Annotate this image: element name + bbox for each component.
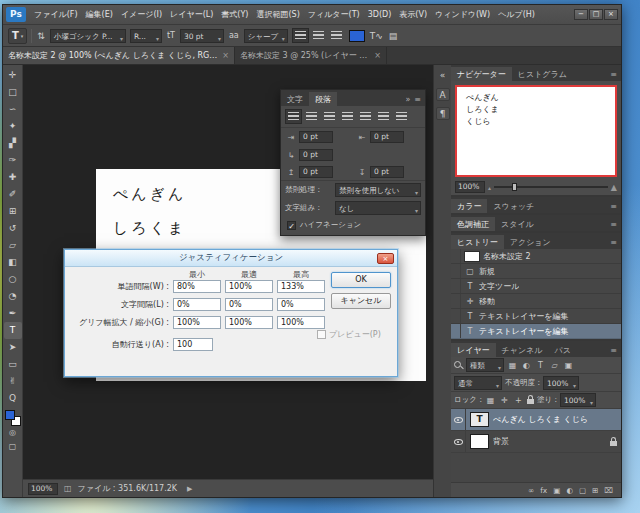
menu-file[interactable]: ファイル(F) — [30, 9, 82, 20]
canvas[interactable]: ぺんぎん しろくま 文字 段落 » ≡ — [23, 65, 433, 479]
justify-center-button[interactable] — [303, 109, 320, 124]
layer-mask-icon[interactable]: ▣ — [553, 486, 560, 495]
tab-navigator[interactable]: ナビゲーター — [451, 67, 512, 81]
tab-swatches[interactable]: スウォッチ — [487, 199, 540, 213]
text-orientation-icon[interactable]: ⇅ — [36, 31, 46, 41]
history-row[interactable]: ▢ 新規 — [451, 264, 621, 279]
menu-select[interactable]: 選択範囲(S) — [252, 9, 303, 20]
filter-shape-icon[interactable]: ▱ — [549, 361, 560, 370]
tab-paths[interactable]: パス — [549, 343, 577, 357]
history-row-selected[interactable]: T テキストレイヤーを編集 — [451, 324, 621, 339]
healing-brush-tool[interactable]: ✚ — [4, 169, 22, 186]
toggle-panels-icon[interactable]: ▤ — [388, 31, 399, 41]
warp-text-icon[interactable]: T∿ — [369, 31, 384, 41]
glyph-scaling-desired-input[interactable]: 100% — [225, 316, 273, 329]
visibility-eye-icon[interactable] — [451, 409, 466, 430]
word-spacing-desired-input[interactable]: 100% — [225, 280, 273, 293]
history-row[interactable]: T 文字ツール — [451, 279, 621, 294]
opacity-input[interactable]: 100% — [543, 376, 579, 390]
dialog-title-bar[interactable]: ジャスティフィケーション × — [65, 250, 397, 267]
menu-3d[interactable]: 3D(D) — [364, 10, 396, 19]
tab-histogram[interactable]: ヒストグラム — [512, 67, 573, 81]
history-source-well[interactable] — [453, 294, 461, 308]
align-right-button[interactable] — [328, 28, 345, 43]
menu-view[interactable]: 表示(V) — [395, 9, 431, 20]
menu-window[interactable]: ウィンドウ(W) — [431, 9, 494, 20]
quick-selection-tool[interactable]: ✦ — [4, 118, 22, 135]
blur-tool[interactable]: ○ — [4, 271, 22, 288]
word-spacing-max-input[interactable]: 133% — [277, 280, 325, 293]
navigator-zoom-input[interactable]: 100% — [455, 181, 485, 193]
word-spacing-min-input[interactable]: 80% — [173, 280, 221, 293]
layer-row-text[interactable]: T ぺんぎん しろくま くじら — [451, 409, 621, 431]
history-brush-tool[interactable]: ↺ — [4, 220, 22, 237]
tab-history[interactable]: ヒストリー — [451, 235, 504, 249]
panel-menu-icon[interactable]: ≡ — [414, 95, 421, 104]
tab-styles[interactable]: スタイル — [495, 217, 540, 231]
shape-tool[interactable]: ▭ — [4, 356, 22, 373]
color-swatches[interactable] — [5, 410, 21, 426]
auto-leading-input[interactable]: 100 — [173, 338, 213, 351]
menu-layer[interactable]: レイヤー(L) — [166, 9, 217, 20]
tab-actions[interactable]: アクション — [504, 235, 557, 249]
tab-layers[interactable]: レイヤー — [451, 343, 496, 357]
character-panel-icon[interactable]: A — [436, 88, 450, 101]
text-color-swatch[interactable] — [349, 30, 365, 42]
quick-mask-icon[interactable]: ◎ — [4, 426, 22, 440]
history-source-well[interactable] — [453, 279, 461, 293]
lock-transparent-icon[interactable]: ▦ — [485, 396, 496, 405]
justify-all-button[interactable] — [393, 109, 410, 124]
justify-left-button[interactable] — [285, 109, 302, 124]
screen-mode-icon[interactable]: ▢ — [4, 440, 22, 454]
justify-last-center-button[interactable] — [357, 109, 374, 124]
history-source-well[interactable] — [453, 264, 461, 278]
indent-first-line-input[interactable]: 0 pt — [299, 149, 333, 161]
indent-right-input[interactable]: 0 pt — [370, 131, 404, 143]
filter-adjustment-icon[interactable]: ◐ — [521, 361, 532, 370]
space-after-input[interactable]: 0 pt — [370, 166, 404, 178]
move-tool[interactable]: ✛ — [4, 67, 22, 84]
filter-kind-select[interactable]: 種類 — [466, 358, 504, 372]
tab-adjustments[interactable]: 色調補正 — [451, 217, 495, 231]
visibility-eye-icon[interactable] — [451, 431, 466, 452]
close-document-icon[interactable]: × — [374, 51, 381, 60]
lock-all-icon[interactable] — [527, 399, 534, 404]
paragraph-panel-icon[interactable]: ¶ — [436, 107, 450, 120]
eraser-tool[interactable]: ▱ — [4, 237, 22, 254]
gradient-tool[interactable]: ◧ — [4, 254, 22, 271]
brush-tool[interactable]: ✐ — [4, 186, 22, 203]
status-flyout-icon[interactable]: ▶ — [187, 485, 192, 493]
justify-last-right-button[interactable] — [375, 109, 392, 124]
tab-color[interactable]: カラー — [451, 199, 487, 213]
panel-menu-icon[interactable]: ≡ — [606, 70, 621, 81]
menu-edit[interactable]: 編集(E) — [82, 9, 117, 20]
dodge-tool[interactable]: ◔ — [4, 288, 22, 305]
layer-group-icon[interactable]: ▢ — [579, 486, 586, 495]
new-layer-icon[interactable]: ⊞ — [592, 486, 598, 495]
ok-button[interactable]: OK — [331, 272, 391, 288]
hand-tool[interactable]: ✌ — [4, 373, 22, 390]
hyphenation-checkbox[interactable]: ✓ — [287, 221, 296, 230]
font-style-select[interactable]: R... — [130, 29, 162, 43]
lasso-tool[interactable]: ∽ — [4, 101, 22, 118]
link-layers-icon[interactable]: ∞ — [528, 486, 534, 495]
navigator-zoom-slider[interactable] — [494, 186, 608, 188]
close-button[interactable]: × — [604, 9, 618, 20]
history-row[interactable]: T テキストレイヤーを編集 — [451, 309, 621, 324]
path-selection-tool[interactable]: ➤ — [4, 339, 22, 356]
kinsoku-select[interactable]: 禁則を使用しない — [335, 183, 421, 197]
menu-help[interactable]: ヘルプ(H) — [494, 9, 539, 20]
menu-image[interactable]: イメージ(I) — [117, 9, 166, 20]
close-document-icon[interactable]: × — [222, 51, 229, 60]
marquee-tool[interactable]: □ — [4, 84, 22, 101]
minimize-button[interactable]: − — [574, 9, 588, 20]
filter-smart-object-icon[interactable]: ▣ — [563, 361, 574, 370]
pen-tool[interactable]: ✒ — [4, 305, 22, 322]
justify-last-left-button[interactable] — [339, 109, 356, 124]
lock-pixels-icon[interactable]: ✛ — [499, 396, 510, 405]
letter-spacing-max-input[interactable]: 0% — [277, 298, 325, 311]
panel-menu-icon[interactable]: ≡ — [606, 220, 621, 231]
font-size-select[interactable]: 30 pt — [180, 29, 224, 43]
clone-stamp-tool[interactable]: ⊞ — [4, 203, 22, 220]
collapse-panel-icon[interactable]: » — [405, 95, 410, 104]
